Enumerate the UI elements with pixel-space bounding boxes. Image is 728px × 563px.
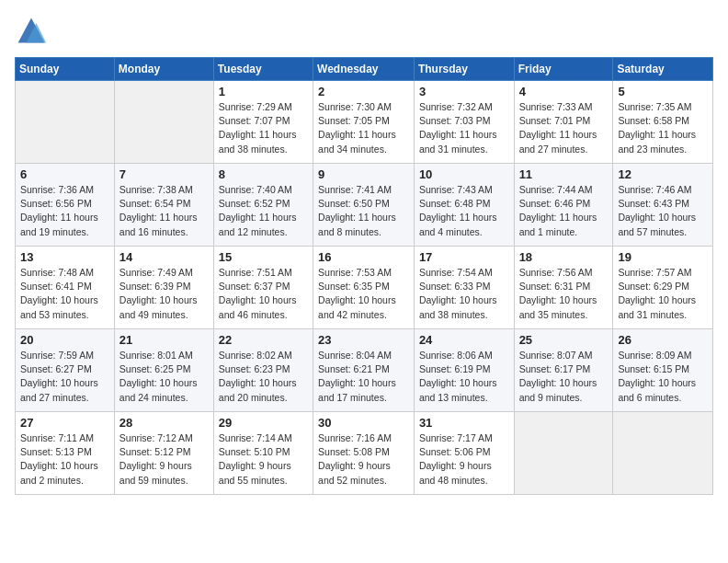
calendar-cell: 1Sunrise: 7:29 AM Sunset: 7:07 PM Daylig… <box>213 81 313 164</box>
day-info: Sunrise: 7:59 AM Sunset: 6:27 PM Dayligh… <box>20 349 109 405</box>
calendar-cell: 25Sunrise: 8:07 AM Sunset: 6:17 PM Dayli… <box>514 329 613 412</box>
calendar-week-row: 13Sunrise: 7:48 AM Sunset: 6:41 PM Dayli… <box>16 247 713 329</box>
day-number: 30 <box>318 416 409 430</box>
day-info: Sunrise: 7:16 AM Sunset: 5:08 PM Dayligh… <box>318 431 409 488</box>
day-info: Sunrise: 8:07 AM Sunset: 6:17 PM Dayligh… <box>519 349 609 405</box>
calendar-cell <box>613 412 713 495</box>
day-number: 27 <box>20 416 109 430</box>
weekday-header-friday: Friday <box>514 58 613 81</box>
calendar-cell: 14Sunrise: 7:49 AM Sunset: 6:39 PM Dayli… <box>114 247 213 329</box>
calendar-cell: 16Sunrise: 7:53 AM Sunset: 6:35 PM Dayli… <box>313 247 415 329</box>
calendar-cell: 31Sunrise: 7:17 AM Sunset: 5:06 PM Dayli… <box>414 412 514 495</box>
calendar-cell: 10Sunrise: 7:43 AM Sunset: 6:48 PM Dayli… <box>414 164 514 247</box>
day-number: 3 <box>419 85 509 98</box>
day-info: Sunrise: 7:29 AM Sunset: 7:07 PM Dayligh… <box>219 100 308 156</box>
day-info: Sunrise: 7:40 AM Sunset: 6:52 PM Dayligh… <box>219 183 308 239</box>
logo-icon <box>15 15 48 48</box>
day-info: Sunrise: 7:46 AM Sunset: 6:43 PM Dayligh… <box>618 183 708 239</box>
day-info: Sunrise: 7:48 AM Sunset: 6:41 PM Dayligh… <box>20 266 109 322</box>
calendar-cell: 9Sunrise: 7:41 AM Sunset: 6:50 PM Daylig… <box>313 164 415 247</box>
day-number: 22 <box>219 333 308 347</box>
calendar-cell: 4Sunrise: 7:33 AM Sunset: 7:01 PM Daylig… <box>514 81 613 164</box>
weekday-header-thursday: Thursday <box>414 58 514 81</box>
day-number: 8 <box>219 167 308 181</box>
calendar-cell: 20Sunrise: 7:59 AM Sunset: 6:27 PM Dayli… <box>16 329 115 412</box>
calendar-cell: 24Sunrise: 8:06 AM Sunset: 6:19 PM Dayli… <box>414 329 514 412</box>
day-number: 6 <box>20 167 109 181</box>
day-number: 10 <box>419 167 509 181</box>
day-number: 1 <box>219 85 308 98</box>
day-info: Sunrise: 7:38 AM Sunset: 6:54 PM Dayligh… <box>119 183 209 239</box>
day-info: Sunrise: 7:35 AM Sunset: 6:58 PM Dayligh… <box>618 100 708 156</box>
calendar-cell <box>514 412 613 495</box>
calendar-table: SundayMondayTuesdayWednesdayThursdayFrid… <box>15 57 713 495</box>
day-number: 26 <box>618 333 708 347</box>
weekday-header-wednesday: Wednesday <box>313 58 415 81</box>
day-number: 29 <box>219 416 308 430</box>
day-info: Sunrise: 7:17 AM Sunset: 5:06 PM Dayligh… <box>419 431 509 488</box>
calendar-cell: 19Sunrise: 7:57 AM Sunset: 6:29 PM Dayli… <box>613 247 713 329</box>
day-info: Sunrise: 7:12 AM Sunset: 5:12 PM Dayligh… <box>119 431 209 488</box>
calendar-cell: 22Sunrise: 8:02 AM Sunset: 6:23 PM Dayli… <box>213 329 313 412</box>
day-info: Sunrise: 8:04 AM Sunset: 6:21 PM Dayligh… <box>318 349 409 405</box>
day-info: Sunrise: 7:51 AM Sunset: 6:37 PM Dayligh… <box>219 266 308 322</box>
day-info: Sunrise: 7:56 AM Sunset: 6:31 PM Dayligh… <box>519 266 609 322</box>
day-number: 28 <box>119 416 209 430</box>
day-number: 23 <box>318 333 409 347</box>
weekday-header-row: SundayMondayTuesdayWednesdayThursdayFrid… <box>16 58 713 81</box>
day-number: 15 <box>219 250 308 264</box>
day-info: Sunrise: 8:09 AM Sunset: 6:15 PM Dayligh… <box>618 349 708 405</box>
day-info: Sunrise: 7:43 AM Sunset: 6:48 PM Dayligh… <box>419 183 509 239</box>
day-number: 7 <box>119 167 209 181</box>
day-info: Sunrise: 7:30 AM Sunset: 7:05 PM Dayligh… <box>318 100 409 156</box>
calendar-cell: 18Sunrise: 7:56 AM Sunset: 6:31 PM Dayli… <box>514 247 613 329</box>
day-info: Sunrise: 8:06 AM Sunset: 6:19 PM Dayligh… <box>419 349 509 405</box>
calendar-cell: 21Sunrise: 8:01 AM Sunset: 6:25 PM Dayli… <box>114 329 213 412</box>
calendar-cell: 17Sunrise: 7:54 AM Sunset: 6:33 PM Dayli… <box>414 247 514 329</box>
day-number: 9 <box>318 167 409 181</box>
day-info: Sunrise: 7:33 AM Sunset: 7:01 PM Dayligh… <box>519 100 609 156</box>
day-number: 4 <box>519 85 609 98</box>
calendar-cell: 6Sunrise: 7:36 AM Sunset: 6:56 PM Daylig… <box>16 164 115 247</box>
day-info: Sunrise: 8:01 AM Sunset: 6:25 PM Dayligh… <box>119 349 209 405</box>
calendar-cell: 12Sunrise: 7:46 AM Sunset: 6:43 PM Dayli… <box>613 164 713 247</box>
calendar-header: SundayMondayTuesdayWednesdayThursdayFrid… <box>16 58 713 81</box>
day-number: 16 <box>318 250 409 264</box>
calendar-cell <box>16 81 115 164</box>
calendar-week-row: 1Sunrise: 7:29 AM Sunset: 7:07 PM Daylig… <box>16 81 713 164</box>
day-number: 2 <box>318 85 409 98</box>
calendar-cell: 29Sunrise: 7:14 AM Sunset: 5:10 PM Dayli… <box>213 412 313 495</box>
calendar-cell: 23Sunrise: 8:04 AM Sunset: 6:21 PM Dayli… <box>313 329 415 412</box>
page-header <box>15 15 713 48</box>
calendar-cell <box>114 81 213 164</box>
day-info: Sunrise: 7:53 AM Sunset: 6:35 PM Dayligh… <box>318 266 409 322</box>
day-info: Sunrise: 8:02 AM Sunset: 6:23 PM Dayligh… <box>219 349 308 405</box>
calendar-cell: 5Sunrise: 7:35 AM Sunset: 6:58 PM Daylig… <box>613 81 713 164</box>
day-info: Sunrise: 7:54 AM Sunset: 6:33 PM Dayligh… <box>419 266 509 322</box>
weekday-header-sunday: Sunday <box>16 58 115 81</box>
calendar-cell: 2Sunrise: 7:30 AM Sunset: 7:05 PM Daylig… <box>313 81 415 164</box>
day-number: 18 <box>519 250 609 264</box>
day-number: 24 <box>419 333 509 347</box>
logo <box>15 15 51 48</box>
day-info: Sunrise: 7:49 AM Sunset: 6:39 PM Dayligh… <box>119 266 209 322</box>
day-number: 25 <box>519 333 609 347</box>
calendar-week-row: 27Sunrise: 7:11 AM Sunset: 5:13 PM Dayli… <box>16 412 713 495</box>
day-number: 14 <box>119 250 209 264</box>
calendar-cell: 28Sunrise: 7:12 AM Sunset: 5:12 PM Dayli… <box>114 412 213 495</box>
weekday-header-tuesday: Tuesday <box>213 58 313 81</box>
day-number: 21 <box>119 333 209 347</box>
day-number: 20 <box>20 333 109 347</box>
weekday-header-monday: Monday <box>114 58 213 81</box>
day-number: 5 <box>618 85 708 98</box>
day-info: Sunrise: 7:11 AM Sunset: 5:13 PM Dayligh… <box>20 431 109 488</box>
day-number: 19 <box>618 250 708 264</box>
day-number: 31 <box>419 416 509 430</box>
day-info: Sunrise: 7:32 AM Sunset: 7:03 PM Dayligh… <box>419 100 509 156</box>
calendar-cell: 8Sunrise: 7:40 AM Sunset: 6:52 PM Daylig… <box>213 164 313 247</box>
day-number: 12 <box>618 167 708 181</box>
day-info: Sunrise: 7:44 AM Sunset: 6:46 PM Dayligh… <box>519 183 609 239</box>
calendar-cell: 3Sunrise: 7:32 AM Sunset: 7:03 PM Daylig… <box>414 81 514 164</box>
calendar-week-row: 6Sunrise: 7:36 AM Sunset: 6:56 PM Daylig… <box>16 164 713 247</box>
calendar-cell: 11Sunrise: 7:44 AM Sunset: 6:46 PM Dayli… <box>514 164 613 247</box>
